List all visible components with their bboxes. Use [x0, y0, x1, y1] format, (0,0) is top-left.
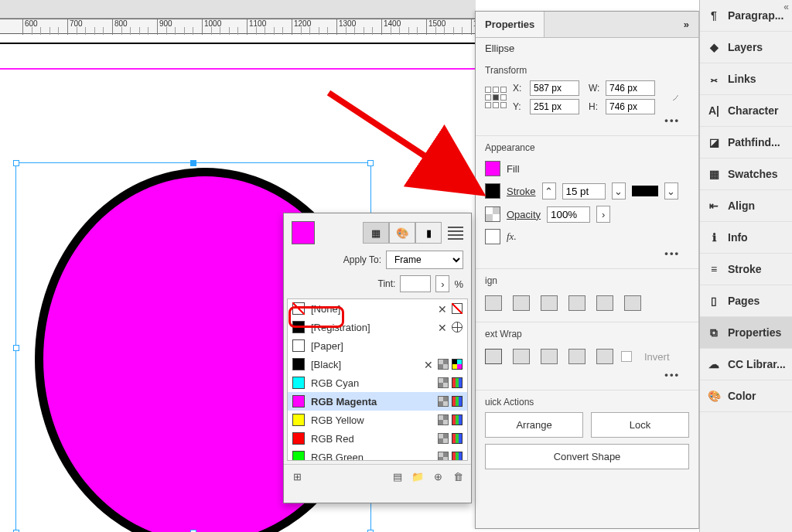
panel-links[interactable]: ⟗Links [700, 63, 792, 95]
panel-properties[interactable]: ⧉Properties [700, 317, 792, 349]
fx-label[interactable]: fx. [507, 230, 517, 243]
color-picker-mode-button[interactable]: 🎨 [389, 222, 415, 244]
fill-swatches-popup: ▦ 🎨 ▮ Apply To: Frame Tint: › % [None]✕[… [283, 213, 472, 503]
stroke-weight-stepper[interactable]: ⌃ [542, 182, 556, 200]
strip-expand-icon[interactable]: « [783, 2, 789, 12]
panel-label: Pages [728, 295, 760, 307]
swatch-item[interactable]: [Registration]✕ [288, 318, 467, 336]
tint-input[interactable] [400, 275, 431, 292]
tint-slider-dd[interactable]: › [435, 275, 449, 292]
wrap-jump-icon[interactable] [568, 349, 585, 364]
w-input[interactable] [606, 80, 655, 96]
stroke-style-preview[interactable] [632, 186, 658, 196]
reference-point-grid[interactable] [485, 87, 507, 108]
swatch-chip [292, 432, 305, 445]
stroke-weight-dd[interactable]: ⌄ [612, 182, 626, 200]
invert-checkbox[interactable] [621, 351, 632, 362]
stroke-weight-input[interactable] [562, 183, 606, 200]
current-fill-swatch[interactable] [292, 221, 315, 244]
panel-pages[interactable]: ▯Pages [700, 285, 792, 317]
properties-tab-label[interactable]: Properties [476, 12, 544, 37]
apply-to-select[interactable]: Frame [386, 251, 463, 269]
swatch-rgb-icon [452, 377, 463, 388]
align-hcenter-icon[interactable] [513, 295, 530, 311]
quick-actions-section: uick Actions Arrange Lock Convert Shape [476, 390, 698, 476]
handle-top-right[interactable] [367, 160, 374, 166]
x-input[interactable] [530, 80, 579, 96]
new-swatch-icon[interactable]: ⊕ [431, 469, 445, 483]
panel-paragraph[interactable]: ¶Paragrap... [700, 0, 792, 32]
stroke-label[interactable]: Stroke [507, 186, 536, 197]
panel-pathfinder[interactable]: ◪Pathfind... [700, 127, 792, 159]
panel-stroke[interactable]: ≡Stroke [700, 254, 792, 285]
swatch-item[interactable]: RGB Cyan [288, 373, 467, 392]
align-vcenter-icon[interactable] [596, 295, 613, 311]
swatch-menu-icon[interactable] [448, 223, 463, 243]
swatch-item[interactable]: [Paper] [288, 336, 467, 355]
handle-mid-left[interactable] [13, 345, 19, 351]
properties-panel-tab[interactable]: Properties » [476, 12, 698, 38]
swatch-dither-icon [438, 452, 449, 461]
arrange-button[interactable]: Arrange [485, 412, 583, 438]
wrap-buttons-row [485, 344, 613, 369]
handle-top-left[interactable] [13, 160, 19, 166]
align-right-icon[interactable] [541, 295, 558, 311]
y-input[interactable] [530, 99, 579, 114]
swatches-mode-button[interactable]: ▦ [363, 222, 389, 244]
transform-more-icon[interactable]: ••• [485, 114, 689, 129]
stroke-style-dd[interactable]: ⌄ [664, 182, 678, 200]
panel-info[interactable]: ℹInfo [700, 222, 792, 254]
swatch-item[interactable]: [Black]✕ [288, 355, 467, 373]
swatch-item[interactable]: [None]✕ [288, 299, 467, 318]
canvas-top-border [0, 43, 476, 44]
fill-label[interactable]: Fill [507, 163, 520, 175]
wrap-shape-icon[interactable] [541, 349, 558, 364]
swatch-chip [292, 414, 305, 426]
swatches-list[interactable]: [None]✕[Registration]✕[Paper][Black]✕RGB… [287, 298, 468, 461]
ruler-tick: 700 [67, 19, 83, 35]
wrap-column-icon[interactable] [596, 349, 613, 364]
handle-top-mid[interactable] [190, 160, 196, 166]
swatch-grid-view-icon[interactable]: ⊞ [290, 469, 304, 483]
lock-button[interactable]: Lock [591, 412, 689, 438]
opacity-input[interactable] [547, 206, 590, 223]
swatch-name: RGB Magenta [311, 396, 377, 408]
align-top-icon[interactable] [568, 295, 585, 311]
panel-character[interactable]: A|Character [700, 95, 792, 127]
swatch-item[interactable]: RGB Magenta [288, 392, 467, 411]
panel-collapse-icon[interactable]: » [674, 19, 698, 30]
delete-swatch-icon[interactable]: 🗑 [451, 469, 465, 483]
align-left-icon[interactable] [485, 295, 502, 311]
opacity-dd[interactable]: › [596, 206, 610, 223]
wrap-bbox-icon[interactable] [513, 349, 530, 364]
wrap-none-icon[interactable] [485, 349, 502, 364]
swatch-chip [292, 451, 305, 461]
panel-cclib[interactable]: ☁CC Librar... [700, 349, 792, 380]
stroke-swatch[interactable] [485, 183, 500, 199]
swatch-name: RGB Cyan [311, 377, 359, 389]
properties-icon: ⧉ [706, 325, 722, 340]
pages-icon: ▯ [706, 293, 722, 309]
panel-layers[interactable]: ◆Layers [700, 32, 792, 63]
opacity-label[interactable]: Opacity [507, 209, 541, 220]
align-bottom-icon[interactable] [624, 295, 641, 311]
convert-shape-button[interactable]: Convert Shape [485, 444, 689, 469]
swatch-item[interactable]: RGB Green [288, 448, 467, 461]
align-buttons-row [485, 291, 689, 315]
align-section: ign [476, 269, 698, 322]
gradient-mode-button[interactable]: ▮ [415, 222, 442, 244]
h-input[interactable] [606, 99, 655, 114]
new-folder-icon[interactable]: 📁 [411, 469, 425, 483]
fill-swatch[interactable] [485, 161, 500, 176]
swatch-item[interactable]: RGB Yellow [288, 411, 467, 429]
panel-swatches[interactable]: ▦Swatches [700, 159, 792, 190]
swatch-item[interactable]: RGB Red [288, 429, 467, 448]
constrain-proportions-icon[interactable]: ⟋ [671, 92, 681, 104]
panel-align[interactable]: ⇤Align [700, 190, 792, 222]
textwrap-more-icon[interactable]: ••• [485, 369, 689, 384]
panel-color[interactable]: 🎨Color [700, 380, 792, 412]
horizontal-ruler[interactable]: 6007008009001000110012001300140015001600 [0, 19, 476, 34]
swatch-options-icon[interactable]: ▤ [391, 469, 405, 483]
appearance-more-icon[interactable]: ••• [485, 247, 689, 262]
stroke-icon: ≡ [706, 261, 722, 277]
